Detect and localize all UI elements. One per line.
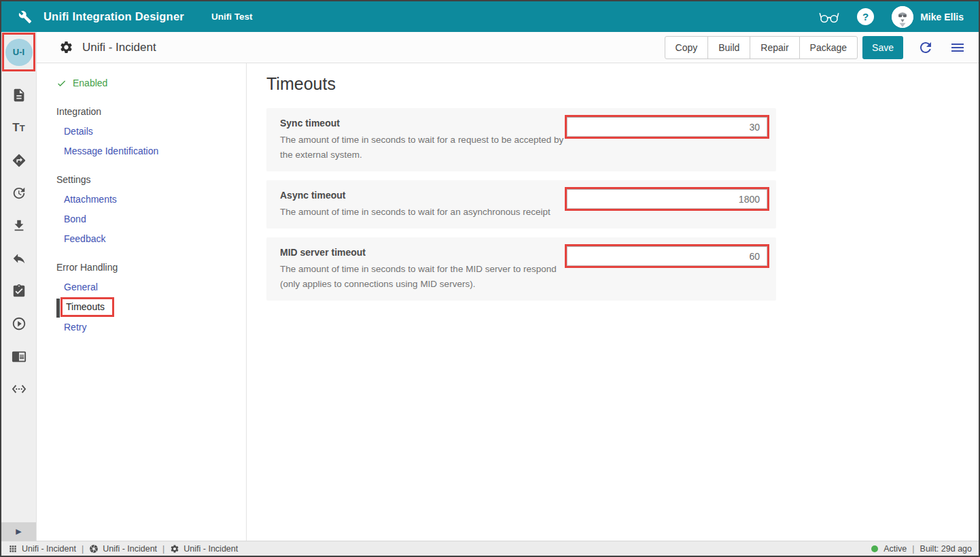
selection-indicator — [56, 299, 60, 318]
nav-item-details[interactable]: Details — [64, 126, 246, 137]
context-item-settings[interactable]: Unifi - Incident — [170, 544, 238, 554]
text-format-icon[interactable]: TT — [12, 120, 24, 135]
active-label: Active — [883, 544, 907, 554]
aperture-icon — [89, 544, 99, 554]
sync-timeout-input[interactable] — [567, 117, 767, 137]
download-icon[interactable] — [12, 218, 27, 233]
user-avatar[interactable] — [892, 6, 913, 28]
mid-server-timeout-input[interactable] — [567, 246, 767, 266]
status-bar: Unifi - Incident | Unifi - Incident | Un… — [1, 541, 979, 556]
context-label: Unifi - Incident — [103, 544, 157, 554]
apps-grid-icon — [8, 544, 18, 554]
status-bar-contexts: Unifi - Incident | Unifi - Incident | Un… — [8, 544, 238, 554]
reply-icon[interactable] — [12, 251, 27, 266]
annotation-box-async-input — [565, 187, 769, 211]
nav-item-message-identification[interactable]: Message Identification — [64, 146, 246, 156]
context-label: Unifi - Incident — [22, 544, 76, 554]
separator: | — [912, 544, 914, 554]
active-status-dot — [871, 545, 878, 552]
annotation-box-mid-input — [565, 244, 769, 268]
tasks-icon[interactable] — [12, 284, 27, 299]
play-circle-icon[interactable] — [12, 316, 27, 331]
rail-expand-button[interactable]: ▶ — [1, 522, 36, 541]
help-symbol: ? — [862, 11, 869, 22]
gear-icon — [59, 40, 73, 54]
reader-icon[interactable] — [12, 349, 27, 364]
save-button[interactable]: Save — [862, 36, 903, 59]
tt-small: T — [20, 123, 25, 133]
annotation-box-sync-input — [565, 115, 769, 139]
nav-item-retry[interactable]: Retry — [64, 322, 246, 333]
nav-item-timeouts-label: Timeouts — [66, 301, 105, 312]
section-heading: Timeouts — [266, 74, 979, 94]
field-description: The amount of time in seconds to wait fo… — [280, 133, 571, 163]
integration-avatar[interactable]: U-I — [5, 39, 33, 66]
field-cards: Sync timeout The amount of time in secon… — [266, 108, 776, 301]
nav-item-bond[interactable]: Bond — [64, 214, 246, 224]
menu-icon[interactable] — [949, 39, 966, 56]
integration-avatar-label: U-I — [13, 47, 24, 57]
field-card-async-timeout: Async timeout The amount of time in seco… — [266, 180, 776, 229]
icon-rail: U-I TT ▶ — [1, 32, 37, 541]
nav-heading-settings: Settings — [56, 174, 246, 185]
gear-icon — [170, 544, 179, 554]
nav-heading-integration: Integration — [56, 106, 246, 117]
nav-item-attachments[interactable]: Attachments — [64, 194, 246, 205]
user-name[interactable]: Mike Ellis — [920, 12, 964, 22]
environment-label[interactable]: Unifi Test — [211, 12, 253, 22]
nav-heading-error-handling: Error Handling — [56, 262, 246, 273]
main-content: Timeouts Sync timeout The amount of time… — [247, 63, 979, 541]
directions-icon[interactable] — [12, 153, 27, 168]
async-timeout-input[interactable] — [567, 189, 767, 209]
built-label: Built: 29d ago — [920, 544, 972, 554]
rail-icon-list: TT — [1, 88, 36, 396]
package-button[interactable]: Package — [799, 36, 858, 59]
copy-button[interactable]: Copy — [665, 36, 709, 59]
field-description: The amount of time in seconds to wait fo… — [280, 205, 571, 220]
unifi-integration-designer-window: { "top_bar": { "app_title": "Unifi Integ… — [0, 0, 980, 557]
page-title: Unifi - Incident — [82, 41, 156, 54]
topbar-right-group: ? Mike Ellis — [818, 6, 979, 28]
history-icon[interactable] — [12, 186, 27, 201]
help-icon[interactable]: ? — [857, 8, 874, 25]
avatar-face-icon — [892, 6, 913, 28]
wrench-icon — [18, 10, 32, 24]
expand-arrow-icon: ▶ — [16, 527, 21, 536]
enabled-label: Enabled — [73, 78, 107, 88]
nav-item-general[interactable]: General — [64, 282, 246, 292]
repair-button[interactable]: Repair — [750, 36, 799, 59]
field-description: The amount of time in seconds to wait fo… — [280, 262, 571, 292]
nav-item-feedback[interactable]: Feedback — [64, 233, 246, 244]
field-card-mid-server-timeout: MID server timeout The amount of time in… — [266, 237, 776, 301]
check-icon — [56, 78, 67, 88]
separator: | — [162, 544, 164, 554]
field-card-sync-timeout: Sync timeout The amount of time in secon… — [266, 108, 776, 171]
tt-large: T — [12, 121, 19, 134]
settings-nav: Enabled Integration Details Message Iden… — [37, 63, 247, 541]
nav-item-timeouts[interactable]: Timeouts — [64, 301, 246, 313]
refresh-icon[interactable] — [917, 39, 934, 56]
context-item-apps[interactable]: Unifi - Incident — [8, 544, 76, 554]
app-title: Unifi Integration Designer — [43, 10, 184, 23]
status-bar-right: Active | Built: 29d ago — [871, 544, 972, 554]
context-item-integration[interactable]: Unifi - Incident — [89, 544, 157, 554]
document-icon[interactable] — [12, 88, 27, 103]
annotation-box-timeouts: Timeouts — [60, 297, 114, 317]
separator: | — [82, 544, 84, 554]
action-buttons: Copy Build Repair Package Save — [665, 36, 979, 59]
annotation-box-avatar: U-I — [2, 33, 35, 71]
integration-title-bar: Unifi - Incident Copy Build Repair Packa… — [37, 32, 979, 63]
glasses-icon[interactable] — [818, 10, 840, 24]
code-icon[interactable] — [12, 382, 27, 396]
build-button[interactable]: Build — [707, 36, 750, 59]
context-label: Unifi - Incident — [183, 544, 238, 554]
top-app-bar: Unifi Integration Designer Unifi Test ? … — [1, 1, 979, 32]
enabled-status[interactable]: Enabled — [56, 78, 246, 88]
